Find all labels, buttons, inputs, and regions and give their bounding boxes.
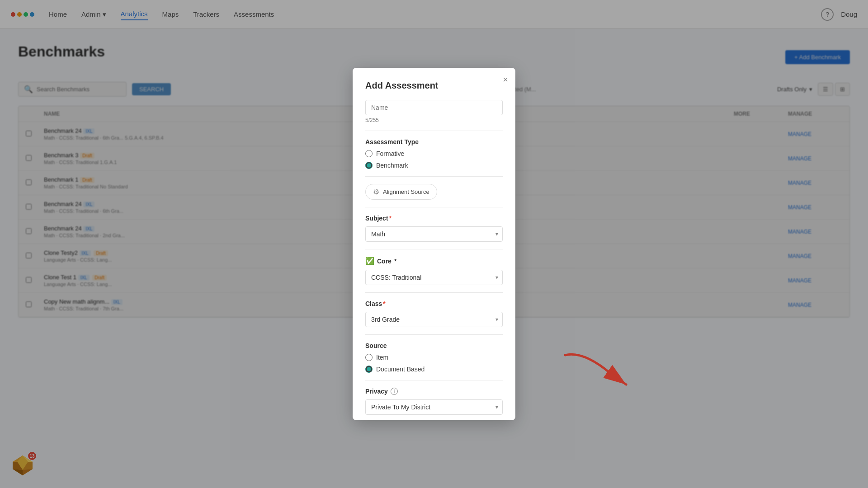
type-formative-radio[interactable]: Formative (365, 150, 503, 157)
settings-icon: ⚙ (373, 188, 379, 196)
check-icon: ✅ (365, 257, 374, 265)
type-benchmark-radio[interactable]: Benchmark (365, 162, 503, 169)
benchmark-radio-input[interactable] (365, 162, 373, 169)
source-label: Source (365, 342, 503, 349)
char-count: 5/255 (365, 117, 503, 123)
modal: Add Assessment × 5/255 Assessment Type F… (353, 68, 515, 420)
class-label: Class* (365, 300, 503, 307)
assessment-name-input[interactable] (365, 100, 503, 115)
modal-overlay: Add Assessment × 5/255 Assessment Type F… (0, 0, 868, 488)
formative-radio-input[interactable] (365, 150, 373, 157)
core-label: ✅ Core * (365, 257, 503, 265)
core-select[interactable]: CCSS: Traditional CCSS: Ela NGSS (365, 270, 503, 285)
document-radio-input[interactable] (365, 366, 373, 373)
class-select[interactable]: 3rd Grade 4th Grade 5th Grade (365, 312, 503, 327)
source-document-radio[interactable]: Document Based (365, 366, 503, 373)
alignment-source-button[interactable]: ⚙ Alignment Source (365, 184, 437, 200)
info-icon[interactable]: i (391, 388, 398, 395)
modal-close-button[interactable]: × (503, 75, 508, 84)
privacy-select[interactable]: Private To My District Public Private (365, 399, 503, 415)
privacy-label: Privacy i (365, 388, 503, 395)
subject-select[interactable]: Math Language Arts Science (365, 226, 503, 242)
source-item-radio[interactable]: Item (365, 354, 503, 361)
modal-title: Add Assessment (365, 80, 503, 91)
subject-label: Subject* (365, 215, 503, 222)
assessment-type-label: Assessment Type (365, 138, 503, 145)
item-radio-input[interactable] (365, 354, 373, 361)
